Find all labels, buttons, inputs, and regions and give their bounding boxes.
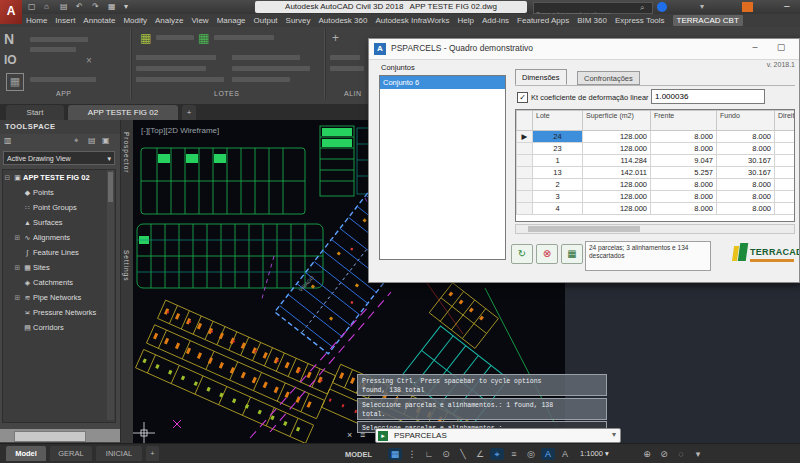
kt-value-field[interactable] bbox=[651, 89, 765, 104]
conjuntos-listbox[interactable]: Conjunto 6 bbox=[379, 75, 506, 260]
cell-fundo[interactable]: 8.000 bbox=[717, 131, 775, 143]
tab-manage[interactable]: Manage bbox=[217, 16, 246, 25]
table-row[interactable]: 2 128.000 8.000 8.000 bbox=[517, 179, 796, 191]
tree-item-points[interactable]: ◆ Points bbox=[3, 185, 115, 200]
qat-redo-icon[interactable]: ↷ bbox=[92, 0, 99, 14]
ribbon-x-icon[interactable]: × bbox=[86, 55, 92, 66]
cell-lote[interactable]: 4 bbox=[533, 203, 583, 215]
row-selector[interactable] bbox=[517, 155, 533, 167]
tab-infraworks[interactable]: Autodesk InfraWorks bbox=[375, 16, 449, 25]
viewport-control-label[interactable]: [-][Top][2D Wireframe] bbox=[141, 126, 219, 135]
tree-item-corridors[interactable]: ▤ Corridors bbox=[3, 320, 115, 335]
cell-direita[interactable] bbox=[775, 155, 796, 167]
qat-open-icon[interactable]: ⌂ bbox=[44, 0, 49, 14]
clean-screen-icon[interactable]: ◌ bbox=[674, 448, 688, 460]
customize-icon[interactable]: ≡ bbox=[360, 428, 365, 443]
ribbon-grid-icon[interactable]: ▦ bbox=[6, 73, 24, 91]
table-row[interactable]: 23 128.000 8.000 8.000 bbox=[517, 143, 796, 155]
cell-superficie[interactable]: 128.000 bbox=[583, 203, 651, 215]
tab-analyze[interactable]: Analyze bbox=[155, 16, 183, 25]
tree-item-point-groups[interactable]: ∷ Point Groups bbox=[3, 200, 115, 215]
qat-save-icon[interactable]: ▤ bbox=[60, 0, 68, 14]
tab-express-tools[interactable]: Express Tools bbox=[615, 16, 665, 25]
row-selector[interactable] bbox=[517, 191, 533, 203]
object-isolate-icon[interactable]: ⊘ bbox=[657, 448, 671, 460]
col-frente[interactable]: Frente bbox=[651, 111, 717, 131]
dialog-maximize-icon[interactable]: ▢ bbox=[773, 42, 789, 52]
layout-tab-model[interactable]: Model bbox=[6, 446, 46, 461]
ribbon-button-placeholder[interactable] bbox=[136, 77, 224, 82]
tab-home[interactable]: Home bbox=[26, 16, 47, 25]
refresh-button[interactable]: ↻ bbox=[511, 244, 533, 264]
toolspace-tool-icon-2[interactable]: ▤ bbox=[88, 136, 96, 145]
tree-item-surfaces[interactable]: ▲ Surfaces bbox=[3, 215, 115, 230]
panel-label-alin[interactable]: ALIN bbox=[344, 90, 362, 97]
cell-superficie[interactable]: 128.000 bbox=[583, 191, 651, 203]
toolspace-panel-icon[interactable]: ▥ bbox=[4, 136, 12, 145]
tab-dimensoes[interactable]: Dimensões bbox=[515, 69, 567, 85]
dialog-title-bar[interactable]: A PSPARCELS - Quadro demonstrativo – ▢ bbox=[369, 39, 799, 60]
tab-survey[interactable]: Survey bbox=[286, 16, 311, 25]
expand-icon[interactable]: ⊞ bbox=[13, 264, 22, 272]
row-selector[interactable] bbox=[517, 179, 533, 191]
tree-item-pipe-networks[interactable]: ⊞ ≋ Pipe Networks bbox=[3, 290, 115, 305]
col-superficie[interactable]: Superfície (m2) bbox=[583, 111, 651, 131]
autodesk-logo[interactable]: A bbox=[0, 0, 22, 24]
new-drawing-tab-button[interactable]: + bbox=[182, 105, 196, 120]
tab-prospector[interactable]: Prospector bbox=[123, 132, 130, 173]
ribbon-button-placeholder[interactable] bbox=[136, 66, 206, 71]
tab-annotate[interactable]: Annotate bbox=[83, 16, 115, 25]
dialog-minimize-icon[interactable]: – bbox=[747, 42, 763, 52]
tree-item-feature-lines[interactable]: ∫ Feature Lines bbox=[3, 245, 115, 260]
drawing-tab-start[interactable]: Start bbox=[6, 105, 64, 120]
tab-featured-apps[interactable]: Featured Apps bbox=[517, 16, 569, 25]
help-icon[interactable]: ▾ bbox=[700, 0, 704, 13]
lineweight-icon[interactable]: ≡ bbox=[507, 448, 521, 460]
tab-help[interactable]: Help bbox=[458, 16, 474, 25]
col-lote[interactable]: Lote bbox=[533, 111, 583, 131]
collapse-icon[interactable]: ⊟ bbox=[3, 174, 12, 182]
annotation-scale-control[interactable]: 1:1000 ▾ bbox=[580, 449, 609, 458]
table-row[interactable]: 13 142.011 5.257 30.167 bbox=[517, 167, 796, 179]
toolspace-horizontal-scrollbar[interactable] bbox=[0, 429, 120, 442]
layout-tab-geral[interactable]: GERAL bbox=[50, 446, 92, 461]
panel-label-lotes[interactable]: LOTES bbox=[214, 90, 239, 97]
workspace-switching-icon[interactable]: ⊕ bbox=[640, 448, 654, 460]
lotes-icon-1[interactable]: ▦ bbox=[140, 31, 151, 45]
cell-direita[interactable] bbox=[775, 167, 796, 179]
new-layout-button[interactable]: + bbox=[146, 446, 159, 461]
tab-modify[interactable]: Modify bbox=[123, 16, 147, 25]
tree-vertical-scrollbar[interactable] bbox=[107, 170, 114, 420]
ribbon-plus-icon[interactable]: + bbox=[332, 31, 339, 45]
tab-settings[interactable]: Settings bbox=[123, 250, 130, 282]
cell-lote[interactable]: 23 bbox=[533, 143, 583, 155]
cell-fundo[interactable]: 8.000 bbox=[717, 203, 775, 215]
object-snap-icon[interactable]: ⌖ bbox=[490, 448, 504, 460]
tree-item-pressure-networks[interactable]: ≍ Pressure Networks bbox=[3, 305, 115, 320]
ribbon-n-icon[interactable]: N bbox=[4, 31, 14, 47]
toolspace-tool-icon-1[interactable]: ⌖ bbox=[74, 136, 79, 146]
notification-badge[interactable] bbox=[742, 2, 753, 12]
ribbon-io-icon[interactable]: IO bbox=[4, 53, 17, 67]
ribbon-button-placeholder[interactable] bbox=[156, 35, 194, 40]
cell-direita[interactable] bbox=[775, 143, 796, 155]
cell-lote[interactable]: 3 bbox=[533, 191, 583, 203]
qat-menu-icon[interactable]: ▢ bbox=[28, 0, 36, 14]
expand-icon[interactable]: ⊞ bbox=[13, 294, 22, 302]
customization-icon[interactable]: ▾ bbox=[691, 448, 705, 460]
grid-display-icon[interactable]: ▦ bbox=[388, 448, 402, 460]
tab-autodesk360[interactable]: Autodesk 360 bbox=[318, 16, 367, 25]
window-minimize-icon[interactable]: – bbox=[784, 0, 790, 11]
lotes-icon-2[interactable]: ▦ bbox=[198, 31, 209, 45]
qat-dropdown-icon[interactable]: ▾ bbox=[124, 0, 128, 14]
qat-plot-icon[interactable]: ▦ bbox=[108, 0, 116, 14]
ribbon-button-placeholder[interactable] bbox=[232, 66, 310, 71]
ribbon-button-placeholder[interactable] bbox=[232, 77, 290, 82]
cell-fundo[interactable]: 30.167 bbox=[717, 155, 775, 167]
tab-insert[interactable]: Insert bbox=[55, 16, 75, 25]
tab-confrontacoes[interactable]: Confrontações bbox=[577, 71, 640, 85]
cell-direita[interactable] bbox=[775, 179, 796, 191]
cell-direita[interactable] bbox=[775, 203, 796, 215]
kt-checkbox[interactable]: ✓ bbox=[517, 92, 528, 103]
command-input[interactable] bbox=[392, 430, 596, 441]
